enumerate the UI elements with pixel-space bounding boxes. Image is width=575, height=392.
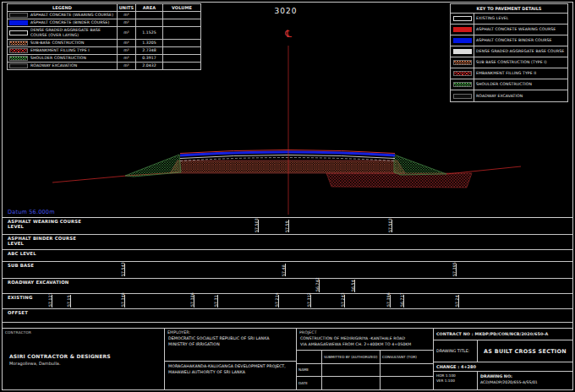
levels-rows: ASPHALT WEARING COURSE LEVEL 57.50357.59… (3, 218, 572, 323)
key-row: EXISTING LEVEL (451, 14, 567, 24)
level-value: 57.48 (285, 262, 293, 278)
level-value: 57.386 (194, 294, 202, 308)
level-value-text: 57.543 (121, 262, 125, 276)
level-value-text: 57.503 (255, 218, 259, 232)
key-swatch (453, 94, 472, 99)
subbase-embankment-area (170, 161, 405, 173)
legend-label-cell: DENSE GRADED AGGREGATE BASE COURSE (OVER… (8, 27, 118, 38)
legend-swatch (9, 30, 28, 35)
legend-area: 2.0432 (136, 63, 163, 69)
key-label: EXISTING LEVEL (474, 14, 567, 24)
legend-volume (163, 40, 200, 46)
existing-ground-line-left (52, 172, 178, 182)
signoff-col-consultant: CONSULTANT (TOR) (381, 351, 433, 363)
signoff-date-submitted (322, 377, 381, 389)
change-row: CHANGE : 4+280 (434, 362, 572, 372)
level-value-text: 57.348 (121, 292, 125, 307)
signoff-name-consultant (381, 364, 433, 377)
change-value: 4+280 (461, 364, 476, 369)
level-value: 57.312 (310, 294, 319, 308)
key-label: ASPHALT CONCRETE WEARING COURSE (474, 24, 567, 35)
legend-row: ASPHALT CONCRETE (BINDER COURSE) m² (8, 19, 200, 27)
level-value-text: 57.48 (282, 264, 286, 276)
key-swatch (453, 16, 472, 21)
legend-area (136, 12, 163, 19)
legend-area: 0.3917 (136, 55, 163, 62)
levels-row-values (3, 235, 572, 249)
legend-label: EMBANKMENT FILLING TYPE I (30, 48, 90, 53)
section-chainage-label: 3020 (260, 7, 311, 15)
key-swatch-cell (451, 79, 474, 90)
key-row: ASPHALT CONCRETE BINDER COURSE (451, 35, 567, 46)
legend-table: LEGEND UNITS AREA VOLUME ASPHALT CONCRET… (7, 3, 201, 70)
legend-swatch (9, 41, 28, 46)
levels-row: ROADWAY EXCAVATION 56.74256.54 (3, 279, 572, 294)
legend-unit: m² (118, 63, 136, 69)
legend-row: EMBANKMENT FILLING TYPE I m² 2.7348 (8, 47, 200, 55)
signoff-row-date: DATE (297, 377, 322, 389)
level-value-text: 56.54 (351, 280, 355, 291)
level-value-text: 57.395 (452, 262, 457, 276)
key-swatch (453, 60, 472, 65)
level-value-text: 57.503 (388, 218, 392, 232)
key-swatch (453, 38, 472, 43)
key-swatch-cell (451, 57, 474, 68)
legend-label: DENSE GRADED AGGREGATE BASE COURSE (OVER… (30, 28, 115, 37)
change-label: CHANGE : (436, 364, 459, 369)
level-value-text: 57.15 (67, 295, 71, 307)
key-table: KEY TO PAVEMENT DETAILS EXISTING LEVEL A… (450, 3, 568, 102)
level-value: 57.121 (52, 294, 60, 308)
legend-volume (163, 12, 200, 19)
level-value-text: 57.59 (285, 220, 289, 232)
centerline-symbol: ℄ (279, 28, 298, 40)
levels-row: ABC LEVEL (3, 250, 572, 262)
key-table-title: KEY TO PAVEMENT DETAILS (451, 4, 567, 14)
legend-unit: m² (118, 12, 136, 19)
legend-unit: m² (118, 47, 136, 54)
cad-sheet: 3020 ℄ Datum 56.000m LEGEND UNITS AREA V… (0, 0, 575, 392)
level-value-text: 57.396 (386, 292, 391, 307)
key-swatch-cell (451, 35, 474, 46)
legend-swatch (9, 20, 28, 25)
key-swatch-cell (451, 14, 474, 24)
legend-volume (163, 47, 200, 54)
level-value: 57.243 (344, 294, 353, 308)
levels-row: SUB BASE 57.54357.4857.395 (3, 262, 572, 279)
levels-row-values (3, 250, 572, 261)
signoff-row-name: NAME (297, 364, 322, 377)
legend-label: ASPHALT CONCRETE (BINDER COURSE) (30, 20, 109, 25)
legend-header-legend: LEGEND (8, 4, 118, 11)
level-value-text: 57.312 (307, 292, 311, 307)
legend-label: SHOULDER CONSTRUCTION (30, 56, 86, 61)
levels-row-values: 56.74256.54 (3, 279, 572, 293)
project-top: PROJECT CONSTRUCTION OF MEDIRIGIRIYA -KA… (297, 329, 433, 351)
employer-label: EMPLOYER: (167, 330, 190, 336)
level-value: 57.214 (278, 294, 287, 308)
key-swatch (453, 49, 472, 54)
drawing-title-value: AS BUILT CROSS SECTION (478, 340, 572, 362)
datum-label: Datum 56.000m (8, 209, 55, 215)
levels-row: ASPHALT WEARING COURSE LEVEL 57.50357.59… (3, 218, 572, 235)
signoff-date-consultant (381, 377, 433, 389)
legend-swatch (9, 63, 28, 68)
employer-cell: EMPLOYER: DEMOCRATIC SOCIALIST REPUBLIC … (165, 329, 297, 389)
level-value-text: 56.742 (315, 277, 320, 291)
legend-row: DENSE GRADED AGGREGATE BASE COURSE (OVER… (8, 27, 200, 39)
level-value-text: 57.243 (341, 292, 345, 307)
key-label: SHOULDER CONSTRUCTION (474, 79, 567, 90)
signoff-col-submitted: SUBMITTED BY (AUTHORIZED) (322, 351, 381, 363)
level-value: 57.543 (124, 262, 133, 278)
contractor-label: CONTRACTOR (5, 330, 31, 335)
key-row: SUB BASE CONSTRUCTION (TYPE I) (451, 57, 567, 68)
drawing-title-label: DRAWING TITLE: (434, 340, 478, 362)
level-value: 57.348 (124, 294, 133, 308)
dgab-dashed-line (180, 158, 395, 161)
legend-label: ASPHALT CONCRETE (WEARING COURSE) (30, 13, 113, 18)
contract-no: CONTRACT NO : MKDP/PD/CON/NCB/2020/650-A (434, 329, 572, 340)
key-label: ROADWAY EXCAVATION (474, 90, 567, 101)
key-row: SHOULDER CONSTRUCTION (451, 79, 567, 90)
legend-header-area: AREA (136, 4, 163, 11)
legend-label-cell: ASPHALT CONCRETE (WEARING COURSE) (8, 12, 118, 19)
levels-row-values (3, 309, 572, 322)
level-value: 57.15 (70, 294, 79, 308)
